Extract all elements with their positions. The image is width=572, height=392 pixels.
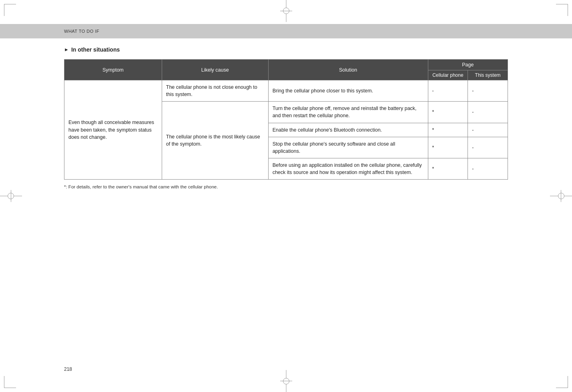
corner-mark-tr bbox=[556, 4, 568, 16]
section-title: ► In other situations bbox=[64, 46, 508, 53]
cellular-phone-cell: * bbox=[428, 123, 468, 137]
footnote: *: For details, refer to the owner's man… bbox=[64, 184, 508, 189]
corner-mark-tl bbox=[4, 4, 16, 16]
crosshair-circle-top bbox=[283, 8, 289, 14]
cellular-phone-cell: * bbox=[428, 158, 468, 179]
section-title-text: In other situations bbox=[71, 46, 120, 53]
col-header-solution: Solution bbox=[268, 60, 428, 80]
this-system-cell: - bbox=[468, 80, 508, 102]
this-system-cell: - bbox=[468, 158, 508, 179]
table-row: Even though all conceivable measures hav… bbox=[64, 80, 508, 102]
crosshair-circle-left bbox=[8, 193, 14, 199]
crosshair-bottom bbox=[280, 370, 292, 392]
crosshair-right bbox=[550, 190, 572, 202]
col-header-cellular: Cellular phone bbox=[428, 70, 468, 80]
crosshair-circle-right bbox=[558, 193, 564, 199]
likely-cause-cell: The cellular phone is not close enough t… bbox=[162, 80, 268, 102]
solution-cell: Stop the cellular phone's security softw… bbox=[268, 137, 428, 158]
cellular-phone-cell: * bbox=[428, 137, 468, 158]
solution-cell: Bring the cellular phone closer to this … bbox=[268, 80, 428, 102]
solution-cell: Enable the cellular phone's Bluetooth co… bbox=[268, 123, 428, 137]
crosshair-left bbox=[0, 190, 22, 202]
this-system-cell: - bbox=[468, 123, 508, 137]
cellular-phone-cell: * bbox=[428, 102, 468, 123]
cellular-phone-cell: - bbox=[428, 80, 468, 102]
header-label: WHAT TO DO IF bbox=[64, 29, 99, 34]
main-table: Symptom Likely cause Solution Page Cellu… bbox=[64, 59, 508, 180]
likely-cause-cell: The cellular phone is the most likely ca… bbox=[162, 102, 268, 180]
col-header-likely-cause: Likely cause bbox=[162, 60, 268, 80]
corner-mark-bl bbox=[4, 376, 16, 388]
page-number: 218 bbox=[64, 366, 72, 372]
col-header-page: Page bbox=[428, 60, 508, 70]
this-system-cell: - bbox=[468, 102, 508, 123]
crosshair-top bbox=[280, 0, 292, 22]
solution-cell: Before using an application installed on… bbox=[268, 158, 428, 179]
symptom-cell: Even though all conceivable measures hav… bbox=[64, 80, 162, 180]
main-content: ► In other situations Symptom Likely cau… bbox=[0, 38, 572, 205]
col-header-symptom: Symptom bbox=[64, 60, 162, 80]
corner-mark-br bbox=[556, 376, 568, 388]
solution-cell: Turn the cellular phone off, remove and … bbox=[268, 102, 428, 123]
this-system-cell: - bbox=[468, 137, 508, 158]
header-band: WHAT TO DO IF bbox=[0, 24, 572, 38]
table-header-row-top: Symptom Likely cause Solution Page bbox=[64, 60, 508, 70]
section-arrow-icon: ► bbox=[64, 47, 69, 52]
col-header-this-system: This system bbox=[468, 70, 508, 80]
crosshair-circle-bottom bbox=[283, 378, 289, 384]
